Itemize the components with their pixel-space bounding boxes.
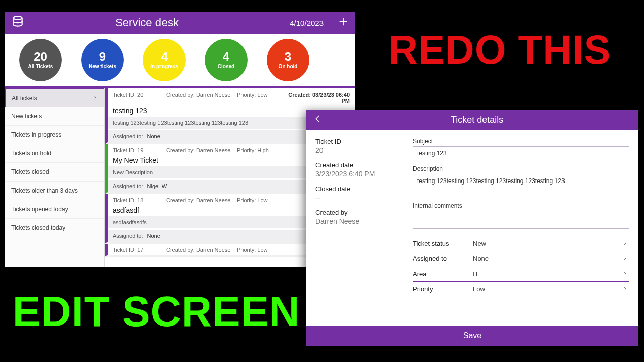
svg-point-0 [13,16,22,20]
detail-right-column: Subject testing 123 Description testing … [413,138,629,326]
stat-label: All Tickets [28,64,53,69]
detail-title: Ticket details [323,115,631,125]
selector-row[interactable]: AreaIT [413,266,629,281]
selector-label: Assigned to [413,255,473,262]
comments-input[interactable] [413,211,629,229]
ticket-meta-row: Ticket ID: 20Created by: Darren NeesePri… [108,88,355,106]
sidebar-item[interactable]: Tickets in progress [5,126,104,144]
ticket-id-label: Ticket ID [315,138,404,145]
closed-date-label: Closed date [315,185,404,193]
ticket-id: Ticket ID: 17 [113,247,163,253]
caption-redo: REDO THIS [389,26,611,73]
selector-value: New [473,240,622,247]
detail-left-column: Ticket ID 20 Created date 3/23/2023 6:40… [315,138,404,326]
sidebar-item[interactable]: Tickets closed [5,163,104,182]
chevron-right-icon [622,240,629,247]
sidebar-item[interactable]: Tickets older than 3 days [5,182,104,200]
database-icon [11,15,24,30]
stat-count: 20 [34,51,47,63]
stat-label: New tickets [89,64,116,69]
stat-count: 3 [285,51,291,63]
selector-label: Priority [413,285,473,293]
closed-date-value: -- [315,194,404,202]
selector-label: Area [413,270,473,278]
ticket-priority: Priority: Low [237,92,285,104]
stat-count: 4 [161,51,168,63]
selector-label: Ticket status [413,240,473,247]
sidebar-item[interactable]: New tickets [5,107,104,126]
stat-circle[interactable]: 4In progress [143,39,186,81]
ticket-id: Ticket ID: 20 [113,92,163,104]
sidebar-item-label: Tickets older than 3 days [11,187,78,194]
subject-label: Subject [413,138,629,145]
sidebar-item[interactable]: Tickets closed today [5,219,104,237]
detail-body: Ticket ID 20 Created date 3/23/2023 6:40… [306,130,638,326]
description-input[interactable]: testing 123testing 123testing 123testing… [413,174,629,197]
ticket-priority: Priority: Low [237,197,285,203]
caption-edit: EDIT SCREEN [13,287,300,336]
sidebar-item-label: Tickets in progress [11,131,61,138]
sidebar-item-label: All tickets [12,95,37,102]
sidebar-item-label: Tickets closed today [11,224,65,231]
save-button[interactable]: Save [306,326,638,346]
stat-circle[interactable]: 4Closed [205,39,248,81]
subject-input[interactable]: testing 123 [413,146,629,160]
chevron-right-icon [622,285,629,293]
selector-value: None [473,255,622,262]
sidebar-item-label: Tickets opened today [11,206,68,213]
ticket-created-by: Created by: Darren Neese [166,247,234,253]
sidebar-item[interactable]: All tickets [5,88,104,107]
selector-row[interactable]: Assigned toNone [413,251,629,266]
header-date: 4/10/2023 [290,19,324,27]
stat-label: In progress [150,64,178,69]
sidebar-item-label: New tickets [11,113,42,120]
ticket-created-by: Created by: Darren Neese [166,92,234,104]
ticket-id: Ticket ID: 19 [113,147,163,153]
add-ticket-button[interactable] [338,16,349,29]
chevron-right-icon [622,270,629,278]
created-by-value: Darren Neese [315,217,404,225]
created-date-value: 3/23/2023 6:40 PM [315,170,404,178]
back-button[interactable] [313,114,323,125]
stat-circle[interactable]: 9New tickets [81,39,124,81]
selector-value: IT [473,270,622,278]
sidebar-item-label: Tickets on hold [11,150,51,157]
ticket-created-by: Created by: Darren Neese [166,197,234,203]
ticket-id: Ticket ID: 18 [113,197,163,203]
service-desk-window: Service desk 4/10/2023 20All Tickets9New… [5,12,355,267]
ticket-created-by: Created by: Darren Neese [166,147,234,153]
app-body: All ticketsNew ticketsTickets in progres… [5,88,355,267]
stat-count: 4 [223,51,229,63]
sidebar-item[interactable]: Tickets opened today [5,200,104,219]
created-date-label: Created date [315,161,404,169]
stat-count: 9 [99,51,106,63]
stat-circle[interactable]: 3On hold [267,39,309,81]
ticket-created: Created: 03/23/23 06:40 PM [288,92,350,104]
comments-label: Internal comments [413,202,629,209]
ticket-id-value: 20 [315,146,404,154]
stat-circle[interactable]: 20All Tickets [19,39,62,81]
ticket-priority: Priority: High [237,147,285,153]
created-by-label: Created by [315,209,404,216]
sidebar-item-label: Tickets closed [11,168,49,175]
app-title: Service desk [24,16,290,29]
app-header: Service desk 4/10/2023 [5,12,355,34]
selector-row[interactable]: PriorityLow [413,281,629,296]
description-label: Description [413,165,629,172]
chevron-right-icon [93,96,98,101]
ticket-priority: Priority: Low [237,247,285,253]
ticket-detail-window: Ticket details Ticket ID 20 Created date… [306,110,638,346]
selector-row[interactable]: Ticket statusNew [413,236,629,251]
stat-label: Closed [218,64,234,69]
chevron-right-icon [622,255,629,262]
sidebar: All ticketsNew ticketsTickets in progres… [5,88,105,267]
sidebar-item[interactable]: Tickets on hold [5,144,104,163]
stats-row: 20All Tickets9New tickets4In progress4Cl… [5,34,355,88]
selector-group: Ticket statusNewAssigned toNoneAreaITPri… [413,236,629,296]
stat-label: On hold [279,64,298,69]
detail-header: Ticket details [306,110,638,130]
selector-value: Low [473,285,622,293]
